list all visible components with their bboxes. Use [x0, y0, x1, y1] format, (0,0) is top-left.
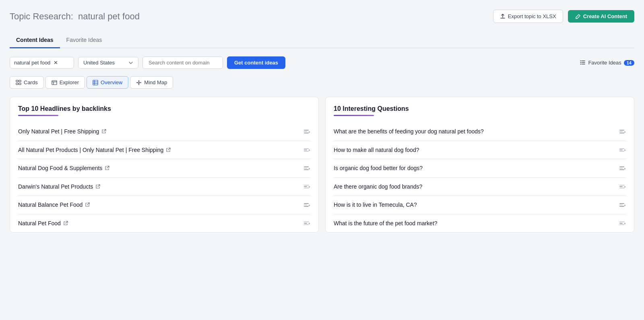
- overview-icon: [93, 80, 98, 85]
- external-link-icon[interactable]: [95, 184, 100, 189]
- list-item: How is it to live in Temecula, CA? +: [334, 196, 626, 214]
- add-to-favorites-icon[interactable]: +: [618, 165, 626, 172]
- tab-explorer[interactable]: Explorer: [45, 76, 85, 89]
- questions-panel-title: 10 Interesting Questions: [334, 105, 626, 112]
- list-item: How to make all natural dog food? +: [334, 141, 626, 160]
- svg-rect-5: [93, 80, 98, 85]
- add-to-favorites-icon[interactable]: +: [302, 128, 310, 135]
- question-item-5: How is it to live in Temecula, CA?: [334, 202, 417, 208]
- controls-bar: natural pet food ✕ United States Get con…: [10, 56, 634, 69]
- headline-item-1: Only Natural Pet | Free Shipping: [18, 128, 106, 135]
- external-link-icon[interactable]: [63, 221, 68, 226]
- list-icon: [580, 60, 586, 66]
- svg-point-8: [138, 84, 139, 85]
- country-value: United States: [83, 60, 115, 66]
- headline-item-3: Natural Dog Food & Supplements: [18, 165, 109, 171]
- get-content-ideas-button[interactable]: Get content ideas: [227, 56, 285, 69]
- clear-keyword-icon[interactable]: ✕: [54, 60, 58, 65]
- header-actions: Export topic to XLSX Create AI Content: [493, 10, 634, 23]
- list-item: What are the benefits of feeding your do…: [334, 123, 626, 141]
- questions-panel: 10 Interesting Questions What are the be…: [325, 97, 634, 233]
- headline-item-6: Natural Pet Food: [18, 220, 68, 226]
- title-prefix: Topic Research:: [10, 11, 73, 21]
- list-item: Natural Balance Pet Food +: [18, 196, 310, 214]
- headlines-panel-title: Top 10 Headlines by backlinks: [18, 105, 310, 112]
- question-item-3: Is organic dog food better for dogs?: [334, 165, 423, 171]
- export-button[interactable]: Export topic to XLSX: [493, 10, 563, 23]
- question-item-4: Are there organic dog food brands?: [334, 183, 422, 190]
- list-item: Are there organic dog food brands? +: [334, 178, 626, 196]
- list-item: Only Natural Pet | Free Shipping +: [18, 123, 310, 141]
- page-wrapper: Topic Research: natural pet food Export …: [0, 0, 644, 320]
- add-to-favorites-icon[interactable]: +: [302, 220, 310, 227]
- external-link-icon[interactable]: [105, 166, 109, 170]
- tab-content-ideas[interactable]: Content Ideas: [10, 33, 60, 48]
- headline-item-2: All Natural Pet Products | Only Natural …: [18, 147, 171, 153]
- keyword-value: natural pet food: [14, 60, 50, 66]
- question-item-1: What are the benefits of feeding your do…: [334, 128, 484, 135]
- title-keyword: natural pet food: [78, 11, 140, 21]
- list-item: All Natural Pet Products | Only Natural …: [18, 141, 310, 160]
- tab-overview[interactable]: Overview: [87, 76, 128, 89]
- page-header: Topic Research: natural pet food Export …: [10, 10, 634, 23]
- content-panels: Top 10 Headlines by backlinks Only Natur…: [10, 97, 634, 233]
- favorite-count-badge: 14: [624, 60, 634, 66]
- svg-point-7: [138, 80, 139, 81]
- list-item: Natural Pet Food +: [18, 214, 310, 233]
- add-to-favorites-icon[interactable]: +: [302, 147, 310, 154]
- svg-rect-4: [52, 81, 57, 85]
- question-item-2: How to make all natural dog food?: [334, 147, 419, 153]
- create-ai-button[interactable]: Create AI Content: [568, 10, 634, 23]
- svg-rect-3: [19, 83, 21, 85]
- add-to-favorites-icon[interactable]: +: [618, 183, 626, 190]
- headline-item-5: Natural Balance Pet Food: [18, 202, 90, 208]
- list-item: Natural Dog Food & Supplements +: [18, 159, 310, 178]
- domain-search-input[interactable]: [142, 56, 223, 69]
- chevron-down-icon: [128, 60, 133, 65]
- svg-rect-0: [16, 80, 18, 82]
- favorite-ideas-badge[interactable]: Favorite Ideas 14: [580, 60, 634, 66]
- tab-cards[interactable]: Cards: [10, 76, 44, 89]
- add-to-favorites-icon[interactable]: +: [302, 202, 310, 208]
- page-title: Topic Research: natural pet food: [10, 11, 140, 22]
- explorer-icon: [52, 80, 57, 85]
- external-link-icon[interactable]: [101, 129, 106, 134]
- svg-rect-2: [16, 83, 18, 85]
- headline-item-4: Darwin's Natural Pet Products: [18, 183, 100, 190]
- keyword-input-wrapper[interactable]: natural pet food ✕: [10, 57, 74, 69]
- tab-mind-map[interactable]: Mind Map: [130, 76, 173, 89]
- view-tabs: Cards Explorer Overview: [10, 76, 634, 89]
- add-to-favorites-icon[interactable]: +: [618, 202, 626, 208]
- question-item-6: What is the future of the pet food marke…: [334, 220, 438, 226]
- add-to-favorites-icon[interactable]: +: [618, 220, 626, 227]
- add-to-favorites-icon[interactable]: +: [618, 147, 626, 154]
- external-link-icon[interactable]: [166, 148, 171, 152]
- add-to-favorites-icon[interactable]: +: [618, 128, 626, 135]
- list-item: What is the future of the pet food marke…: [334, 214, 626, 233]
- svg-point-9: [136, 82, 137, 83]
- country-select[interactable]: United States: [78, 57, 138, 69]
- mindmap-icon: [136, 80, 142, 85]
- list-item: Is organic dog food better for dogs? +: [334, 159, 626, 178]
- external-link-icon[interactable]: [85, 202, 90, 207]
- edit-ai-icon: [575, 14, 581, 19]
- add-to-favorites-icon[interactable]: +: [302, 183, 310, 190]
- questions-title-underline: [334, 115, 374, 116]
- headlines-panel: Top 10 Headlines by backlinks Only Natur…: [10, 97, 319, 233]
- cards-icon: [16, 80, 21, 85]
- tab-favorite-ideas[interactable]: Favorite Ideas: [60, 33, 109, 48]
- upload-icon: [500, 14, 506, 19]
- svg-point-10: [140, 82, 141, 83]
- main-tabs: Content Ideas Favorite Ideas: [10, 33, 634, 48]
- headlines-title-underline: [18, 115, 58, 116]
- add-to-favorites-icon[interactable]: +: [302, 165, 310, 172]
- list-item: Darwin's Natural Pet Products +: [18, 178, 310, 196]
- svg-rect-1: [19, 80, 21, 82]
